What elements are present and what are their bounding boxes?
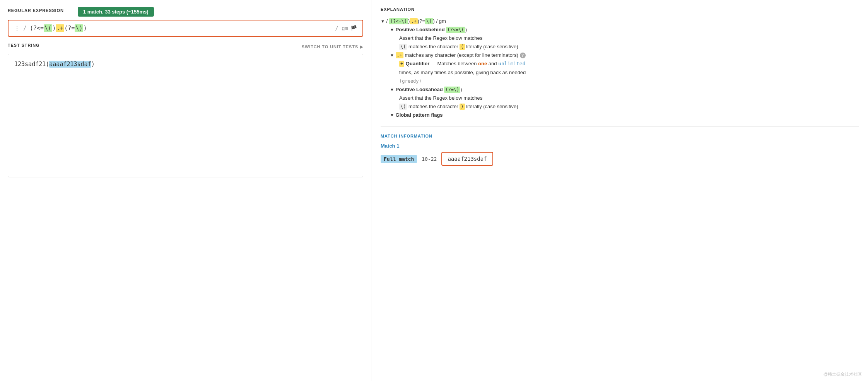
regex-slash-open: / <box>23 25 27 32</box>
regex-part-lookahead-close: ) <box>83 25 87 32</box>
tree-slash-close: / gm <box>436 18 446 24</box>
tree-quantifier-detail: times, as many times as possible, giving… <box>399 68 859 77</box>
full-match-badge: Full match <box>381 155 417 163</box>
tree-lookbehind-assert: Assert that the Regex below matches <box>399 34 859 43</box>
regex-part-lookbehind-open: (?<= <box>30 25 44 32</box>
lookbehind-label: Positive Lookbehind <box>396 27 446 32</box>
flag-icon[interactable]: 🏴 <box>350 25 357 31</box>
info-icon[interactable]: ? <box>520 53 526 58</box>
tree-root-dotplus: .+ <box>410 18 417 24</box>
regex-display[interactable]: (?<=\().+(?=\)) <box>30 24 332 32</box>
match-value-box: aaaaf213sdaf <box>441 152 493 166</box>
tree-root-lookahead-inner: \) <box>425 18 433 24</box>
match-badge: 1 match, 33 steps (~155ms) <box>78 7 154 17</box>
match-row: Full match 10-22 aaaaf213sdaf <box>381 152 859 166</box>
tree-lookbehind-char: \( matches the character ( literally (ca… <box>399 43 859 51</box>
regex-section: REGULAR EXPRESSION 1 match, 33 steps (~1… <box>8 7 363 37</box>
match-info-title: MATCH INFORMATION <box>381 134 859 138</box>
regex-part-close: ) <box>52 25 56 32</box>
regex-part-dot-plus: .+ <box>56 24 64 32</box>
greedy-text: (greedy) <box>399 78 422 84</box>
quantifier-one: one <box>478 61 487 66</box>
tree-root-lookahead: (?= <box>418 18 425 24</box>
lookbehind-close: ) <box>465 27 467 32</box>
lookbehind-hl: (?<=\( <box>446 27 465 33</box>
test-string-section: TEST STRING SWITCH TO UNIT TESTS ▶ 123sa… <box>8 43 363 177</box>
tree-lookahead-char: \) matches the character ) literally (ca… <box>399 102 859 111</box>
quantifier-and: and <box>489 61 498 66</box>
tree-arrow-lookbehind: ▼ <box>390 27 394 32</box>
watermark: @稀土掘金技术社区 <box>824 371 862 377</box>
regex-flags-text: / gm <box>335 25 348 31</box>
tree-arrow-flags: ▼ <box>390 113 394 117</box>
lookahead-char-hl: ) <box>460 104 465 110</box>
test-string-prefix: 123sadf21( <box>14 61 49 68</box>
lookbehind-code: \( <box>399 44 407 50</box>
lookahead-code: \) <box>399 104 407 110</box>
quantifier-unlimited: unlimited <box>498 61 525 66</box>
tree-root-lookbehind: (?<=\( <box>389 18 408 24</box>
lookbehind-char-suffix: literally (case sensitive) <box>466 44 518 49</box>
explanation-section: EXPLANATION ▼ / (?<=\().+(?=\)) / gm ▼ P… <box>381 7 859 119</box>
lookahead-char-suffix: literally (case sensitive) <box>466 104 518 109</box>
lookbehind-assert-text: Assert that the Regex below matches <box>399 35 482 41</box>
tree-lookbehind: ▼ Positive Lookbehind (?<=\() <box>390 26 859 34</box>
chevron-right-icon: ▶ <box>360 44 363 49</box>
quantifier-dash: — Matches between <box>431 61 478 66</box>
quantifier-plus: + <box>399 61 404 67</box>
left-panel: REGULAR EXPRESSION 1 match, 33 steps (~1… <box>0 0 371 381</box>
tree-slash-open: / <box>386 18 389 24</box>
global-flags-label: Global pattern flags <box>396 112 443 118</box>
quantifier-detail-text: times, as many times as possible, giving… <box>399 70 526 75</box>
test-string-suffix: ) <box>91 61 95 68</box>
lookahead-close: ) <box>460 87 462 92</box>
quantifier-label: Quantifier <box>406 61 429 66</box>
lookahead-label: Positive Lookahead <box>396 87 444 92</box>
lookahead-assert-text: Assert that the Regex below matches <box>399 95 482 101</box>
test-string-header: TEST STRING SWITCH TO UNIT TESTS ▶ <box>8 43 363 51</box>
lookahead-hl: (?=\) <box>444 87 460 93</box>
match-number: Match 1 <box>381 143 859 149</box>
match-range: 10-22 <box>422 156 437 162</box>
regex-section-label: REGULAR EXPRESSION <box>8 8 64 13</box>
tree-arrow-lookahead: ▼ <box>390 87 394 92</box>
match-info-section: MATCH INFORMATION Match 1 Full match 10-… <box>381 134 859 166</box>
lookahead-char-middle: matches the character <box>408 104 460 109</box>
tree-root-close: ) <box>433 18 435 24</box>
explanation-tree: ▼ / (?<=\().+(?=\)) / gm ▼ Positive Look… <box>381 17 859 119</box>
tree-root: ▼ / (?<=\().+(?=\)) / gm <box>381 17 859 26</box>
dotplus-text: matches any character (except for line t… <box>405 52 520 58</box>
switch-unit-tests-button[interactable]: SWITCH TO UNIT TESTS ▶ <box>302 44 363 49</box>
divider <box>381 126 859 127</box>
test-string-match: aaaaf213sdaf <box>49 61 91 68</box>
drag-handle-icon: ⋮ <box>14 25 20 32</box>
tree-dotplus: ▼ .+ matches any character (except for l… <box>390 51 859 60</box>
tree-quantifier: + Quantifier — Matches between one and u… <box>399 60 859 68</box>
regex-input-container[interactable]: ⋮ / (?<=\().+(?=\)) / gm 🏴 <box>8 20 363 37</box>
test-string-label: TEST STRING <box>8 43 39 48</box>
regex-part-close-paren: \) <box>75 24 83 32</box>
tree-arrow-dotplus: ▼ <box>390 53 394 58</box>
explanation-title: EXPLANATION <box>381 7 859 12</box>
regex-flags: / gm 🏴 <box>335 25 357 31</box>
tree-arrow-root: ▼ <box>381 19 385 24</box>
tree-lookahead: ▼ Positive Lookahead (?=\)) <box>390 85 859 94</box>
test-string-area[interactable]: 123sadf21(aaaaf213sdaf) <box>8 54 363 177</box>
regex-part-open-paren: \( <box>44 24 52 32</box>
dotplus-hl: .+ <box>396 52 403 58</box>
tree-global-flags: ▼ Global pattern flags <box>390 111 859 119</box>
right-panel: EXPLANATION ▼ / (?<=\().+(?=\)) / gm ▼ P… <box>371 0 868 381</box>
tree-lookahead-assert: Assert that the Regex below matches <box>399 94 859 102</box>
regex-part-lookahead-open: (?= <box>64 25 75 32</box>
tree-greedy: (greedy) <box>399 77 859 85</box>
lookbehind-char-hl: ( <box>460 44 465 50</box>
lookbehind-char-middle: matches the character <box>408 44 460 49</box>
